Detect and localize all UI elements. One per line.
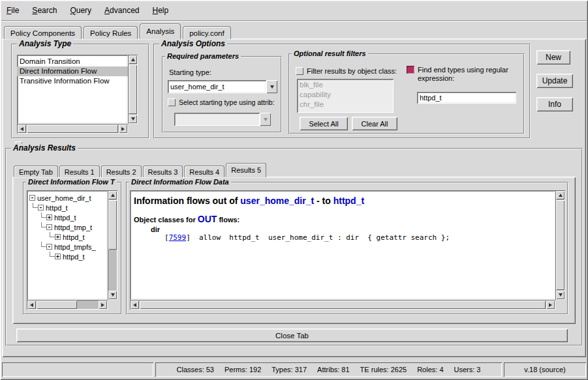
chevron-down-icon[interactable] [266, 80, 277, 93]
tree-item-httpd-t[interactable]: +httpd_t [27, 232, 108, 242]
tree-item-httpd-t[interactable]: +httpd_t [27, 252, 108, 261]
scroll-up-icon[interactable] [108, 191, 117, 199]
required-parameters-title: Required parameters [165, 52, 241, 60]
scrollbar-thumb[interactable] [140, 300, 546, 309]
results-tab-empty-tab[interactable]: Empty Tab [14, 166, 58, 177]
collapse-icon[interactable]: - [46, 244, 52, 250]
starting-type-label: Starting type: [169, 68, 211, 76]
flow-data-title: Direct Information Flow Data [129, 178, 231, 186]
menu-advanced[interactable]: Advanced [101, 3, 143, 18]
scroll-up-icon[interactable] [129, 55, 137, 64]
analysis-type-listbox[interactable]: Domain TransitionDirect Information Flow… [17, 55, 128, 124]
menu-separator [1, 20, 587, 22]
collapse-icon[interactable]: - [38, 205, 44, 211]
update-button[interactable]: Update [536, 74, 573, 88]
main-tab-bar: Policy ComponentsPolicy RulesAnalysispol… [4, 23, 233, 39]
status-stats-segment: Classes: 53Perms: 192Types: 317Attribs: … [155, 362, 502, 377]
flow-data-frame: Direct Information Flow Data Information… [126, 182, 568, 315]
starting-type-combobox[interactable] [168, 80, 277, 93]
scroll-left-icon[interactable] [27, 300, 36, 309]
menu-help[interactable]: Help [148, 3, 172, 18]
analysis-type-item-domain-transition[interactable]: Domain Transition [17, 57, 128, 66]
tree-item-httpd-tmpfs[interactable]: -httpd_tmpfs_ [27, 242, 108, 252]
scroll-left-icon[interactable] [18, 124, 26, 133]
tree-item-httpd-t[interactable]: +httpd_t [27, 212, 108, 222]
status-bar: Classes: 53Perms: 192Types: 317Attribs: … [2, 362, 586, 377]
expand-icon[interactable]: + [46, 214, 52, 220]
scroll-left-icon[interactable] [131, 300, 139, 309]
analysis-type-vscrollbar[interactable] [128, 55, 138, 124]
tree-item-label: httpd_t [44, 204, 68, 212]
app-window: FileSearchQueryAdvancedHelp Policy Compo… [0, 0, 588, 380]
tree-item-label: httpd_t [61, 253, 85, 261]
select-all-button[interactable]: Select All [300, 117, 348, 130]
stat-attribs: Attribs: 81 [317, 366, 350, 373]
results-tab-bar: Empty TabResults 1Results 2Results 3Resu… [14, 163, 268, 177]
scroll-right-icon[interactable] [99, 300, 107, 309]
filter-class-checkbox-box[interactable] [296, 67, 303, 75]
flow-data-textarea[interactable]: Information flows out of user_home_dir_t… [130, 190, 555, 300]
flow-direction: OUT [198, 214, 217, 224]
analysis-type-title: Analysis Type [17, 39, 73, 48]
starting-type-input[interactable] [168, 80, 266, 93]
tree-connector-line [42, 227, 46, 227]
flow-heading-prefix: Information flows out of [134, 196, 240, 206]
scrollbar-thumb[interactable] [108, 200, 117, 250]
results-tab-results-3[interactable]: Results 3 [143, 166, 183, 177]
tab-policy-rules[interactable]: Policy Rules [84, 26, 138, 39]
filter-class-checkbox[interactable]: Filter results by object class: [296, 67, 407, 76]
scroll-up-icon[interactable] [556, 191, 565, 199]
regex-checkbox[interactable]: Find end types using regular expression: [407, 66, 523, 83]
menu-search[interactable]: Search [28, 3, 61, 18]
analysis-type-item-direct-information-flow[interactable]: Direct Information Flow [17, 66, 128, 76]
object-classes-heading: Object classes for OUT flows: [134, 214, 551, 224]
results-tab-results-2[interactable]: Results 2 [101, 166, 142, 177]
tree-hscrollbar[interactable] [27, 300, 108, 310]
flow-tree[interactable]: -user_home_dir_t-httpd_t+httpd_t-httpd_t… [27, 190, 108, 300]
flow-tree-title: Direct Information Flow T [26, 178, 117, 186]
analysis-type-item-transitive-information-flow[interactable]: Transitive Information Flow [17, 76, 128, 86]
tree-vscrollbar[interactable] [108, 190, 117, 300]
tree-connector-line [42, 246, 46, 247]
results-tab-results-5[interactable]: Results 5 [226, 163, 266, 177]
tree-item-httpd-t[interactable]: -httpd_t [27, 203, 108, 212]
scroll-right-icon[interactable] [546, 300, 555, 309]
analysis-type-hscrollbar[interactable] [17, 124, 128, 134]
attrib-input [174, 113, 260, 126]
scroll-right-icon[interactable] [119, 124, 127, 133]
tab-policy-components[interactable]: Policy Components [4, 26, 82, 39]
object-classes-prefix: Object classes for [134, 216, 198, 224]
scroll-down-icon[interactable] [129, 115, 137, 123]
tree-item-user-home-dir-t[interactable]: -user_home_dir_t [27, 193, 108, 203]
data-vscrollbar[interactable] [555, 190, 565, 300]
clear-all-button[interactable]: Clear All [352, 117, 397, 130]
attrib-checkbox[interactable]: Select starting type using attrib: [168, 98, 280, 107]
info-button[interactable]: Info [536, 97, 573, 111]
scrollbar-thumb[interactable] [556, 200, 565, 290]
menu-file[interactable]: File [3, 3, 23, 18]
results-tab-results-4[interactable]: Results 4 [184, 166, 224, 177]
scroll-down-icon[interactable] [556, 291, 565, 299]
attrib-checkbox-box[interactable] [168, 98, 176, 106]
regex-checkbox-box[interactable] [407, 66, 414, 74]
expand-icon[interactable]: + [55, 234, 61, 240]
tab-analysis[interactable]: Analysis [140, 23, 181, 39]
stat-users: Users: 3 [454, 366, 481, 373]
expand-icon[interactable]: + [55, 254, 61, 259]
scrollbar-thumb[interactable] [27, 124, 118, 133]
collapse-icon[interactable]: - [46, 224, 52, 230]
regex-input[interactable] [417, 92, 516, 104]
collapse-icon[interactable]: - [29, 195, 35, 201]
scrollbar-thumb[interactable] [129, 65, 137, 114]
scrollbar-thumb[interactable] [37, 300, 77, 309]
tab-policy-conf[interactable]: policy.conf [183, 26, 230, 39]
close-tab-button[interactable]: Close Tab [16, 329, 568, 342]
target-type: httpd_t [333, 196, 364, 206]
scroll-down-icon[interactable] [108, 291, 117, 299]
new-button[interactable]: New [536, 50, 570, 65]
results-tab-results-1[interactable]: Results 1 [59, 166, 100, 177]
data-hscrollbar[interactable] [130, 300, 555, 310]
menu-query[interactable]: Query [66, 3, 95, 18]
tree-item-httpd-tmp-t[interactable]: -httpd_tmp_t [27, 222, 108, 232]
rule-id-link[interactable]: 7599 [169, 233, 187, 242]
